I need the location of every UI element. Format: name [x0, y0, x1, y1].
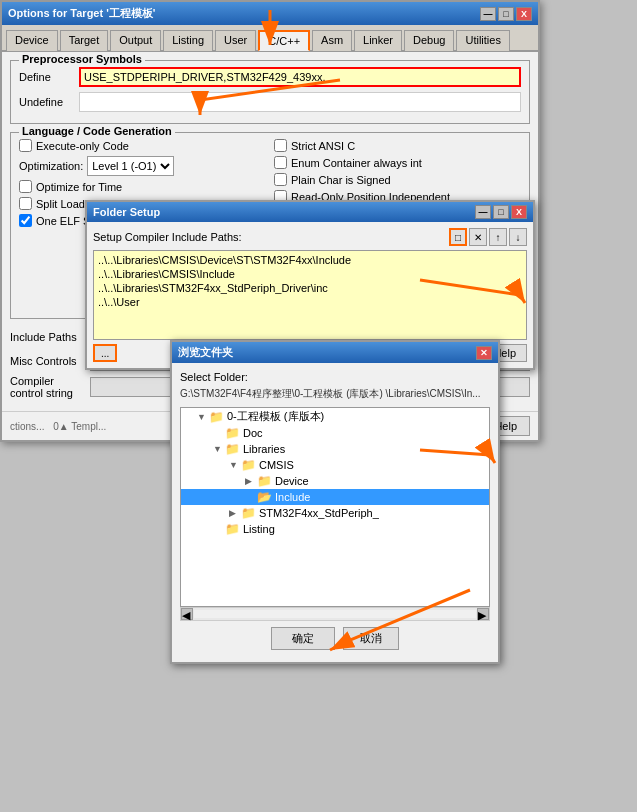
folder-path-1[interactable]: ..\..\Libraries\CMSIS\Include [96, 267, 524, 281]
browse-content: Select Folder: G:\STM32F4\F4程序整理\0-工程模板 … [172, 363, 498, 662]
maximize-button[interactable]: □ [498, 7, 514, 21]
folder-path-3[interactable]: ..\..\User [96, 295, 524, 309]
arrow-0: ▼ [197, 412, 209, 422]
folder-minimize-btn[interactable]: — [475, 205, 491, 219]
tree-item-6[interactable]: ▶ 📁 STM32F4xx_StdPeriph_ [181, 505, 489, 521]
opt-time-check[interactable] [19, 180, 32, 193]
arrow-5: ▶ [245, 492, 257, 502]
folder-path-0[interactable]: ..\..\Libraries\CMSIS\Device\ST\STM32F4x… [96, 253, 524, 267]
opt-time-label: Optimize for Time [36, 181, 122, 193]
tree-label-7: Listing [243, 523, 275, 535]
h-scroll-track[interactable] [194, 610, 476, 618]
folder-close-btn[interactable]: X [511, 205, 527, 219]
folder-toolbar: □ ✕ ↑ ↓ [449, 228, 527, 246]
folder-new-btn[interactable]: □ [449, 228, 467, 246]
folder-icon-1: 📁 [225, 426, 240, 440]
browse-title: 浏览文件夹 [178, 345, 233, 360]
define-label: Define [19, 71, 79, 83]
folder-icon-4: 📁 [257, 474, 272, 488]
enum-container-row: Enum Container always int [274, 156, 521, 169]
opt-time-row: Optimize for Time [19, 180, 266, 193]
arrow-2: ▼ [213, 444, 225, 454]
strict-ansi-label: Strict ANSI C [291, 140, 355, 152]
preprocessor-group: Preprocessor Symbols Define Undefine [10, 60, 530, 124]
plain-char-check[interactable] [274, 173, 287, 186]
lang-label: Language / Code Generation [19, 125, 175, 137]
optimization-row: Optimization: Level 1 (-O1) [19, 156, 266, 176]
execute-only-label: Execute-only Code [36, 140, 129, 152]
tree-label-0: 0-工程模板 (库版本) [227, 409, 324, 424]
undefine-label: Undefine [19, 96, 79, 108]
h-scrollbar[interactable]: ◀ ▶ [180, 607, 490, 621]
undefine-input[interactable] [79, 92, 521, 112]
folder-icon-2: 📁 [225, 442, 240, 456]
tab-cpp[interactable]: C/C++ [258, 30, 310, 51]
h-scroll-left[interactable]: ◀ [181, 608, 193, 620]
opt-label: Optimization: [19, 160, 83, 172]
tab-target[interactable]: Target [60, 30, 109, 51]
define-row: Define [19, 67, 521, 87]
tree-item-5[interactable]: ▶ 📂 Include [181, 489, 489, 505]
folder-icon-6: 📁 [241, 506, 256, 520]
folder-title: Folder Setup [93, 206, 160, 218]
h-scroll-right[interactable]: ▶ [477, 608, 489, 620]
tree-item-2[interactable]: ▼ 📁 Libraries [181, 441, 489, 457]
close-button[interactable]: X [516, 7, 532, 21]
tab-output[interactable]: Output [110, 30, 161, 51]
enum-container-check[interactable] [274, 156, 287, 169]
preprocessor-label: Preprocessor Symbols [19, 53, 145, 65]
tree-label-2: Libraries [243, 443, 285, 455]
browse-cancel-btn[interactable]: 取消 [343, 627, 399, 650]
tree-item-4[interactable]: ▶ 📁 Device [181, 473, 489, 489]
folder-browse-btn[interactable]: ... [93, 344, 117, 362]
browse-close-btn[interactable]: ✕ [476, 346, 492, 360]
tree-container: ▼ 📁 0-工程模板 (库版本) ▶ 📁 Doc ▼ 📁 Libraries [180, 407, 490, 607]
split-load-check[interactable] [19, 197, 32, 210]
execute-only-check[interactable] [19, 139, 32, 152]
folder-up-btn[interactable]: ↑ [489, 228, 507, 246]
undefine-row: Undefine [19, 92, 521, 112]
enum-container-label: Enum Container always int [291, 157, 422, 169]
arrow-7: ▶ [213, 524, 225, 534]
plain-char-label: Plain Char is Signed [291, 174, 391, 186]
strict-ansi-check[interactable] [274, 139, 287, 152]
tab-listing[interactable]: Listing [163, 30, 213, 51]
tree-item-1[interactable]: ▶ 📁 Doc [181, 425, 489, 441]
tab-debug[interactable]: Debug [404, 30, 454, 51]
main-title-bar: Options for Target '工程模板' — □ X [2, 2, 538, 25]
folder-down-btn[interactable]: ↓ [509, 228, 527, 246]
tree-item-7[interactable]: ▶ 📁 Listing [181, 521, 489, 537]
tab-device[interactable]: Device [6, 30, 58, 51]
minimize-button[interactable]: — [480, 7, 496, 21]
folder-list: ..\..\Libraries\CMSIS\Device\ST\STM32F4x… [93, 250, 527, 340]
one-elf-check[interactable] [19, 214, 32, 227]
plain-char-row: Plain Char is Signed [274, 173, 521, 186]
folder-icon-3: 📁 [241, 458, 256, 472]
compiler-label: Compiler control string [10, 375, 90, 399]
folder-title-buttons: — □ X [475, 205, 527, 219]
folder-maximize-btn[interactable]: □ [493, 205, 509, 219]
tab-linker[interactable]: Linker [354, 30, 402, 51]
include-paths-label: Include Paths [10, 331, 90, 343]
opt-select[interactable]: Level 1 (-O1) [87, 156, 174, 176]
tree-label-3: CMSIS [259, 459, 294, 471]
tree-item-3[interactable]: ▼ 📁 CMSIS [181, 457, 489, 473]
folder-icon-0: 📁 [209, 410, 224, 424]
browse-bottom: 确定 取消 [180, 621, 490, 654]
tab-user[interactable]: User [215, 30, 256, 51]
title-buttons: — □ X [480, 7, 532, 21]
tab-asm[interactable]: Asm [312, 30, 352, 51]
folder-delete-btn[interactable]: ✕ [469, 228, 487, 246]
tree-label-5: Include [275, 491, 310, 503]
folder-path-2[interactable]: ..\..\Libraries\STM32F4xx_StdPeriph_Driv… [96, 281, 524, 295]
arrow-4: ▶ [245, 476, 257, 486]
folder-icon-5: 📂 [257, 490, 272, 504]
status-area: ctions... 0▲ Templ... [10, 421, 106, 432]
browse-ok-btn[interactable]: 确定 [271, 627, 335, 650]
tab-utilities[interactable]: Utilities [456, 30, 509, 51]
folder-header-row: Setup Compiler Include Paths: □ ✕ ↑ ↓ [93, 228, 527, 246]
tree-item-0[interactable]: ▼ 📁 0-工程模板 (库版本) [181, 408, 489, 425]
execute-only-row: Execute-only Code [19, 139, 266, 152]
define-input[interactable] [79, 67, 521, 87]
arrow-3: ▼ [229, 460, 241, 470]
